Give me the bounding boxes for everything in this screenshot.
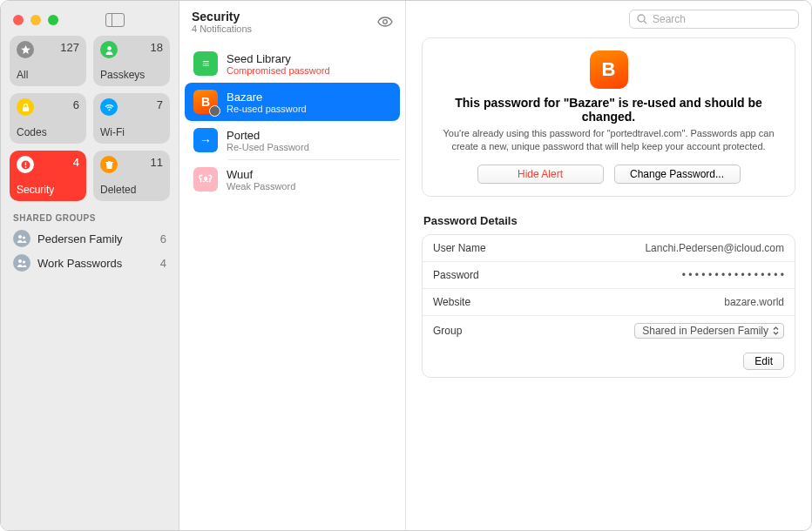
list-subtitle: 4 Notifications xyxy=(192,24,377,34)
shared-badge-icon xyxy=(209,105,220,117)
list-header: Security 4 Notifications xyxy=(179,1,405,41)
star-icon xyxy=(17,41,34,58)
list-item-title: Ported xyxy=(227,129,391,142)
tile-count: 11 xyxy=(151,156,163,169)
password-details-table: User Name Lanchi.Pedersen@icloud.com Pas… xyxy=(422,234,795,378)
tile-label: Security xyxy=(17,184,79,196)
username-value: Lanchi.Pedersen@icloud.com xyxy=(645,242,784,254)
group-label: Group xyxy=(433,325,634,337)
app-icon: B xyxy=(193,90,218,114)
alert-description: You're already using this password for "… xyxy=(440,127,777,154)
list-title: Security xyxy=(192,10,377,24)
tile-count: 6 xyxy=(73,98,79,111)
detail-row-password[interactable]: Password • • • • • • • • • • • • • • • • xyxy=(423,261,795,288)
list-item-title: Seed Library xyxy=(227,52,391,65)
list-item-subtitle: Re-used password xyxy=(227,104,391,114)
svg-point-7 xyxy=(23,236,25,239)
svg-point-9 xyxy=(23,260,25,263)
alert-title: This password for "Bazare" is re-used an… xyxy=(440,96,777,124)
up-down-chevron-icon xyxy=(772,326,780,336)
toggle-sidebar-icon[interactable] xyxy=(105,13,125,27)
password-label: Password xyxy=(433,269,682,281)
alert-icon xyxy=(17,156,34,173)
group-select[interactable]: Shared in Pedersen Family xyxy=(634,323,784,339)
tile-label: Wi-Fi xyxy=(100,126,163,138)
tile-count: 18 xyxy=(151,41,163,54)
close-window-button[interactable] xyxy=(13,15,24,25)
minimize-window-button[interactable] xyxy=(30,15,41,25)
wifi-icon xyxy=(100,98,118,116)
search-icon xyxy=(637,14,647,24)
shared-groups-header: SHARED GROUPS xyxy=(1,210,179,226)
lock-icon xyxy=(17,98,34,116)
list-item-subtitle: Re-Used Password xyxy=(227,142,391,152)
category-tile-grid: 127All18Passkeys6Codes7Wi-Fi4Security11D… xyxy=(1,36,179,210)
group-icon xyxy=(13,254,30,272)
svg-line-12 xyxy=(644,21,646,24)
group-count: 4 xyxy=(160,257,166,270)
sidebar-tile-all[interactable]: 127All xyxy=(10,36,86,86)
notification-list: ≡Seed LibraryCompromised passwordBBazare… xyxy=(179,41,405,202)
group-name: Pedersen Family xyxy=(37,232,153,245)
list-item-subtitle: Compromised password xyxy=(227,65,391,76)
password-value: • • • • • • • • • • • • • • • • xyxy=(682,269,784,281)
detail-row-group[interactable]: Group Shared in Pedersen Family xyxy=(423,315,795,346)
tile-count: 4 xyxy=(73,156,79,169)
detail-panel: Search B This password for "Bazare" is r… xyxy=(406,1,811,530)
svg-rect-4 xyxy=(24,162,25,165)
hide-alert-button[interactable]: Hide Alert xyxy=(477,165,604,184)
svg-point-0 xyxy=(107,46,112,50)
reveal-passwords-icon[interactable] xyxy=(377,17,393,27)
tile-count: 7 xyxy=(157,98,163,111)
maximize-window-button[interactable] xyxy=(48,15,58,25)
sidebar-tile-security[interactable]: 4Security xyxy=(10,151,86,201)
group-value: Shared in Pedersen Family xyxy=(642,325,768,337)
shared-group-work-passwords[interactable]: Work Passwords4 xyxy=(1,251,179,275)
svg-point-6 xyxy=(18,235,22,239)
list-item-wuuf[interactable]: ʕᴥʔWuufWeak Password xyxy=(185,160,400,198)
notification-list-panel: Security 4 Notifications ≡Seed LibraryCo… xyxy=(179,1,406,530)
list-item-ported[interactable]: →PortedRe-Used Password xyxy=(185,121,400,159)
list-item-bazare[interactable]: BBazareRe-used password xyxy=(185,83,400,121)
tile-label: Codes xyxy=(17,126,79,138)
window-controls xyxy=(1,1,179,36)
sidebar-tile-codes[interactable]: 6Codes xyxy=(10,93,86,144)
sidebar: 127All18Passkeys6Codes7Wi-Fi4Security11D… xyxy=(1,1,179,530)
group-name: Work Passwords xyxy=(37,257,153,270)
list-item-title: Wuuf xyxy=(227,168,391,181)
username-label: User Name xyxy=(433,242,645,254)
app-icon: ≡ xyxy=(193,51,218,76)
detail-row-website[interactable]: Website bazare.world xyxy=(423,288,795,315)
app-icon: ʕᴥʔ xyxy=(193,167,218,192)
security-alert-card: B This password for "Bazare" is re-used … xyxy=(422,37,795,197)
tile-label: Passkeys xyxy=(100,69,163,81)
password-details-header: Password Details xyxy=(422,211,795,234)
alert-app-icon: B xyxy=(590,50,628,89)
tile-label: Deleted xyxy=(100,184,163,196)
list-item-subtitle: Weak Password xyxy=(227,181,391,192)
svg-point-11 xyxy=(638,15,645,22)
svg-point-10 xyxy=(383,20,388,24)
search-placeholder: Search xyxy=(653,13,686,25)
app-icon: → xyxy=(193,128,218,152)
tile-label: All xyxy=(17,69,79,81)
website-label: Website xyxy=(433,296,724,308)
edit-button[interactable]: Edit xyxy=(743,353,784,370)
group-count: 6 xyxy=(160,232,166,245)
change-password-button[interactable]: Change Password... xyxy=(614,165,741,184)
sidebar-tile-passkeys[interactable]: 18Passkeys xyxy=(93,36,170,86)
tile-count: 127 xyxy=(60,41,79,54)
group-icon xyxy=(13,230,30,247)
svg-point-5 xyxy=(24,166,26,168)
detail-row-username[interactable]: User Name Lanchi.Pedersen@icloud.com xyxy=(423,235,795,261)
svg-rect-1 xyxy=(23,107,29,111)
sidebar-tile-deleted[interactable]: 11Deleted xyxy=(93,151,170,201)
list-item-seed-library[interactable]: ≡Seed LibraryCompromised password xyxy=(185,44,400,83)
sidebar-tile-wi-fi[interactable]: 7Wi-Fi xyxy=(93,93,170,144)
trash-icon xyxy=(100,156,118,173)
search-input[interactable]: Search xyxy=(629,10,799,29)
shared-group-pedersen-family[interactable]: Pedersen Family6 xyxy=(1,226,179,251)
svg-point-8 xyxy=(18,259,22,263)
list-item-title: Bazare xyxy=(227,91,391,104)
website-value: bazare.world xyxy=(724,296,784,308)
